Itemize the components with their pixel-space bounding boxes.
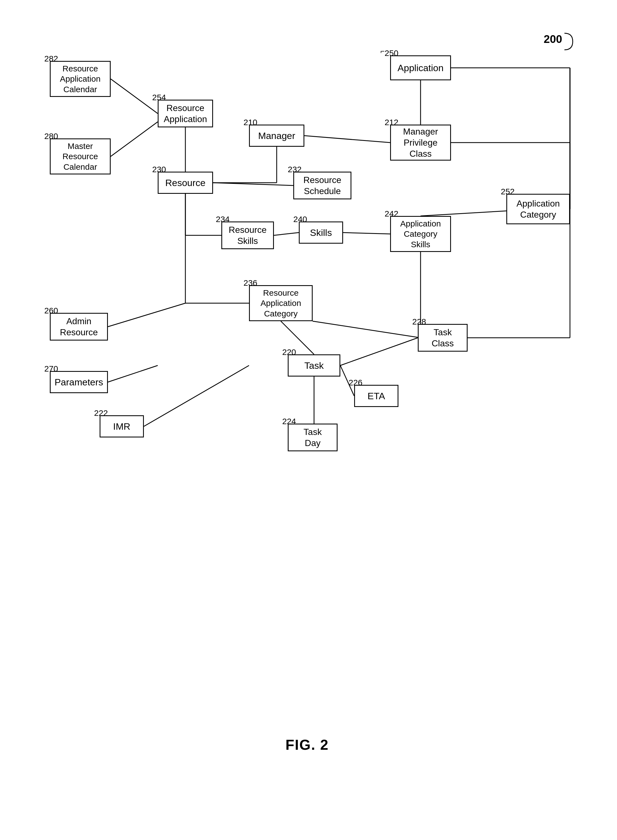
resource-application-calendar-label: Resource Application Calendar [60, 64, 101, 95]
manager-label: Manager [258, 130, 295, 142]
manager-ref: 210 [244, 118, 257, 127]
svg-line-16 [274, 232, 299, 235]
resource-application-calendar-node: Resource Application Calendar [50, 61, 111, 97]
application-ref-line: ⌐ [381, 47, 385, 56]
master-resource-calendar-ref: 280 [44, 132, 58, 141]
eta-node: ETA [354, 385, 399, 407]
admin-resource-node: Admin Resource [50, 313, 108, 340]
resource-skills-ref: 234 [216, 214, 230, 224]
resource-schedule-label: Resource Schedule [304, 175, 341, 197]
manager-privilege-class-node: Manager Privilege Class [390, 124, 451, 161]
parameters-label: Parameters [55, 376, 103, 388]
resource-application-label: Resource Application [164, 102, 207, 124]
application-category-skills-node: Application Category Skills [390, 216, 451, 252]
task-class-label: Task Class [432, 327, 454, 349]
application-category-node: Application Category [506, 194, 570, 224]
figure-label: FIG. 2 [286, 736, 329, 753]
resource-node: Resource [158, 172, 213, 194]
resource-skills-label: Resource Skills [229, 224, 267, 246]
admin-resource-label: Admin Resource [60, 316, 98, 338]
skills-ref: 240 [293, 214, 307, 224]
imr-ref: 222 [94, 408, 108, 418]
skills-node: Skills [299, 222, 343, 244]
svg-line-28 [108, 303, 185, 327]
task-day-node: Task Day [288, 424, 338, 451]
svg-text:200: 200 [544, 33, 562, 45]
imr-label: IMR [113, 420, 130, 432]
svg-line-17 [343, 232, 390, 234]
resource-label: Resource [165, 177, 205, 189]
diagram-container: 200 Application 250 ⌐ Manager Privilege … [22, 22, 592, 770]
resource-application-category-node: Resource Application Category [249, 285, 313, 321]
task-day-label: Task Day [304, 426, 322, 448]
svg-line-13 [213, 183, 293, 185]
application-label: Application [398, 62, 444, 74]
parameters-node: Parameters [50, 371, 108, 393]
application-node: Application [390, 55, 451, 80]
master-resource-calendar-node: Master Resource Calendar [50, 138, 111, 175]
diagram-ref-label: 200 [542, 31, 576, 55]
task-ref: 220 [282, 348, 296, 357]
admin-resource-ref: 260 [44, 306, 58, 315]
svg-line-11 [111, 79, 158, 114]
resource-application-node: Resource Application [158, 100, 213, 127]
svg-line-30 [144, 365, 249, 426]
manager-privilege-class-label: Manager Privilege Class [403, 126, 438, 159]
task-node: Task [288, 354, 340, 377]
svg-line-27 [340, 338, 418, 365]
manager-privilege-class-ref: 212 [385, 118, 399, 127]
task-class-node: Task Class [418, 324, 468, 352]
application-ref: 250 [385, 49, 399, 58]
resource-ref: 230 [152, 165, 166, 174]
application-category-ref: 252 [501, 187, 515, 196]
skills-label: Skills [310, 227, 332, 239]
manager-node: Manager [249, 124, 304, 147]
application-category-skills-label: Application Category Skills [400, 219, 441, 250]
application-category-skills-ref: 242 [385, 209, 399, 219]
resource-schedule-node: Resource Schedule [293, 172, 351, 199]
connectors-svg [22, 22, 592, 770]
task-class-ref: 228 [412, 317, 426, 327]
task-day-ref: 224 [282, 417, 296, 426]
eta-ref: 226 [348, 378, 362, 387]
svg-line-21 [313, 321, 421, 338]
resource-application-category-ref: 236 [244, 278, 257, 288]
parameters-ref: 270 [44, 364, 58, 374]
imr-node: IMR [100, 415, 144, 438]
resource-application-category-label: Resource Application Category [261, 288, 301, 319]
resource-application-calendar-ref: 282 [44, 54, 58, 64]
eta-label: ETA [368, 390, 385, 402]
resource-application-ref: 254 [152, 93, 166, 102]
resource-skills-node: Resource Skills [221, 222, 274, 249]
svg-line-12 [111, 122, 158, 157]
master-resource-calendar-label: Master Resource Calendar [62, 141, 98, 172]
brace-svg: 200 [542, 31, 576, 53]
svg-line-5 [304, 136, 390, 143]
resource-schedule-ref: 232 [288, 165, 301, 174]
svg-line-29 [108, 365, 158, 382]
task-label: Task [304, 359, 324, 371]
application-category-label: Application Category [517, 198, 560, 220]
